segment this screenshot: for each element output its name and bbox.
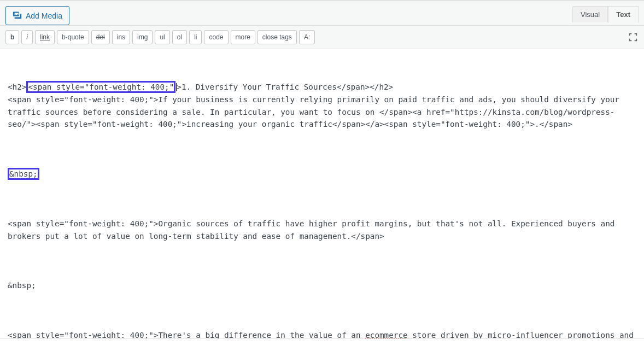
media-icon	[13, 10, 22, 21]
qt-code[interactable]: code	[204, 30, 228, 44]
quicktags-toolbar: b i link b-quote del ins img ul ol li co…	[0, 25, 644, 49]
fullscreen-toggle-icon[interactable]	[628, 32, 639, 43]
qt-ul[interactable]: ul	[155, 30, 169, 44]
highlight-span-style: <span style="font-weight: 400;"	[26, 81, 175, 93]
editor-textarea[interactable]: <h2><span style="font-weight: 400;">1. D…	[0, 49, 644, 338]
spellcheck-error: ecommerce	[365, 331, 407, 338]
qt-img[interactable]: img	[132, 30, 153, 44]
qt-a[interactable]: A:	[299, 30, 315, 44]
add-media-label: Add Media	[26, 11, 62, 20]
content-line-1: <h2><span style="font-weight: 400;">1. D…	[8, 81, 636, 131]
content-nbsp-2: &nbsp;	[8, 279, 636, 292]
qt-blockquote[interactable]: b-quote	[57, 30, 89, 44]
highlight-nbsp: &nbsp;	[8, 168, 39, 180]
tab-visual[interactable]: Visual	[572, 6, 608, 22]
content-nbsp-hl: &nbsp;	[8, 168, 636, 180]
classic-editor: Add Media Visual Text b i link b-quote d…	[0, 0, 644, 339]
qt-ins[interactable]: ins	[112, 30, 130, 44]
qt-more[interactable]: more	[231, 30, 255, 44]
qt-del[interactable]: del	[91, 30, 110, 44]
editor-mode-tabs: Visual Text	[572, 6, 639, 22]
qt-ol[interactable]: ol	[172, 30, 187, 44]
qt-italic[interactable]: i	[21, 30, 33, 44]
qt-link[interactable]: link	[35, 30, 55, 44]
qt-li[interactable]: li	[189, 30, 202, 44]
qt-close-tags[interactable]: close tags	[257, 30, 297, 44]
content-line-4: <span style="font-weight: 400;">There's …	[8, 329, 636, 338]
qt-bold[interactable]: b	[5, 30, 19, 44]
editor-top-row: Add Media Visual Text	[0, 1, 644, 25]
content-line-3: <span style="font-weight: 400;">Organic …	[8, 218, 636, 243]
add-media-button[interactable]: Add Media	[5, 6, 69, 25]
tab-text[interactable]: Text	[608, 6, 639, 23]
